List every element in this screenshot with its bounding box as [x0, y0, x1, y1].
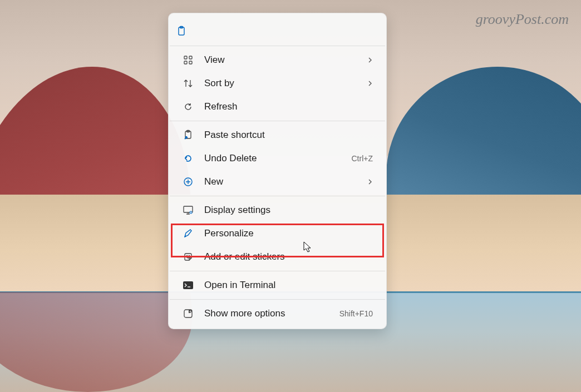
chevron-right-icon — [367, 81, 373, 86]
menu-item-more-options[interactable]: Show more options Shift+F10 — [172, 302, 383, 325]
desktop-context-menu: View Sort by Refresh — [168, 13, 387, 329]
menu-item-paste-shortcut[interactable]: Paste shortcut — [172, 123, 383, 147]
menu-label: Display settings — [204, 205, 373, 216]
separator — [170, 46, 385, 46]
menu-label: Paste shortcut — [204, 130, 373, 141]
view-icon — [182, 54, 194, 66]
separator — [170, 121, 385, 121]
paste-shortcut-icon — [182, 129, 194, 141]
menu-item-terminal[interactable]: Open in Terminal — [172, 274, 383, 297]
menu-item-view[interactable]: View — [172, 48, 383, 72]
menu-label: Add or edit stickers — [204, 251, 373, 262]
more-options-icon — [182, 307, 194, 320]
menu-label: Personalize — [204, 228, 373, 239]
menu-item-refresh[interactable]: Refresh — [172, 95, 383, 118]
separator — [170, 299, 385, 300]
menu-item-personalize[interactable]: Personalize — [172, 222, 383, 245]
menu-item-display-settings[interactable]: Display settings — [172, 199, 383, 222]
context-menu-toolbar — [169, 17, 386, 43]
refresh-icon — [182, 101, 194, 113]
menu-label: Show more options — [204, 308, 333, 319]
svg-rect-3 — [189, 56, 192, 59]
menu-shortcut: Ctrl+Z — [352, 154, 373, 163]
separator — [170, 196, 385, 196]
separator — [170, 271, 385, 271]
menu-label: Sort by — [204, 78, 367, 89]
stickers-icon — [182, 251, 194, 263]
personalize-icon — [182, 227, 194, 240]
terminal-icon — [182, 279, 194, 291]
chevron-right-icon — [367, 179, 373, 185]
display-settings-icon — [182, 204, 194, 216]
new-icon — [182, 176, 194, 188]
menu-label: View — [204, 54, 367, 66]
svg-rect-2 — [184, 56, 187, 59]
clipboard-button[interactable] — [176, 21, 196, 41]
watermark: groovyPost.com — [476, 11, 569, 28]
menu-item-new[interactable]: New — [172, 170, 383, 193]
sort-icon — [182, 77, 194, 90]
menu-label: Open in Terminal — [204, 280, 373, 291]
menu-label: Undo Delete — [204, 153, 345, 164]
menu-label: New — [204, 176, 367, 187]
undo-icon — [182, 152, 194, 165]
svg-point-12 — [189, 256, 190, 257]
clipboard-icon — [175, 25, 188, 37]
svg-rect-5 — [189, 61, 192, 64]
menu-item-undo-delete[interactable]: Undo Delete Ctrl+Z — [172, 147, 383, 170]
svg-point-11 — [186, 256, 188, 257]
svg-rect-13 — [183, 281, 193, 289]
chevron-right-icon — [367, 57, 373, 63]
menu-label: Refresh — [204, 101, 373, 112]
svg-rect-4 — [184, 61, 187, 64]
menu-item-stickers[interactable]: Add or edit stickers — [172, 245, 383, 269]
menu-shortcut: Shift+F10 — [339, 309, 373, 318]
menu-item-sort-by[interactable]: Sort by — [172, 72, 383, 95]
